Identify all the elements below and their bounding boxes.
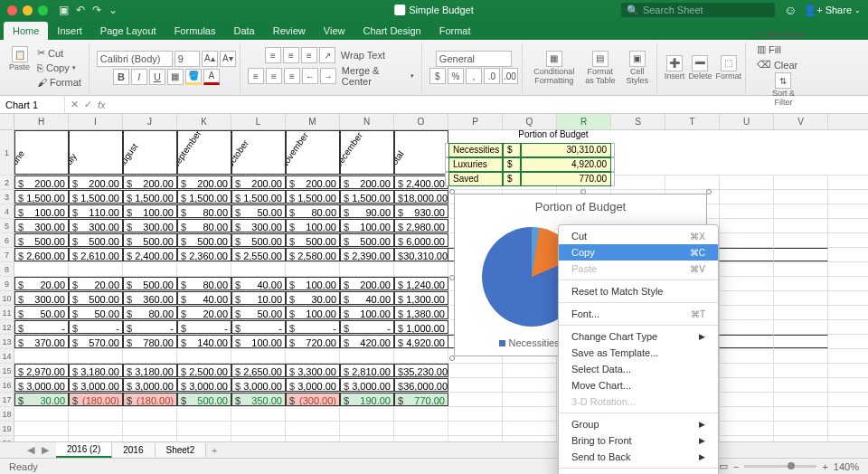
data-cell[interactable]: $360.00 — [123, 291, 177, 305]
data-cell[interactable]: $(300.00) — [286, 393, 340, 406]
data-cell[interactable]: $30.00 — [286, 291, 340, 305]
data-cell[interactable]: $110.00 — [69, 204, 123, 218]
name-box[interactable]: Chart 1 — [0, 96, 65, 113]
data-cell[interactable]: $1,500.00 — [14, 190, 69, 204]
align-middle-button[interactable]: ≡ — [283, 47, 299, 63]
data-cell[interactable]: $80.00 — [177, 219, 231, 232]
data-cell[interactable]: $36,000.00 — [394, 378, 448, 392]
data-cell[interactable]: $770.00 — [394, 393, 448, 406]
data-cell[interactable]: $500.00 — [231, 233, 286, 247]
data-cell[interactable]: $100.00 — [231, 335, 286, 348]
data-cell[interactable]: $100.00 — [286, 219, 340, 232]
copy-button[interactable]: ⎘Copy▾ — [33, 62, 85, 74]
data-cell[interactable]: $80.00 — [177, 277, 231, 290]
indent-dec-button[interactable]: ← — [302, 68, 318, 84]
align-top-button[interactable]: ≡ — [265, 47, 281, 63]
data-cell[interactable]: $10.00 — [231, 291, 286, 305]
data-cell[interactable]: $200.00 — [340, 277, 394, 290]
number-format-select[interactable]: General — [436, 51, 512, 67]
data-cell[interactable]: $30.00 — [14, 393, 69, 406]
data-cell[interactable]: $90.00 — [340, 204, 394, 218]
data-cell[interactable]: $20.00 — [177, 306, 231, 319]
data-cell[interactable]: $3,000.00 — [14, 378, 69, 392]
data-cell[interactable]: $1,500.00 — [286, 190, 340, 204]
col-header[interactable]: K — [177, 114, 231, 129]
increase-font-button[interactable]: A▴ — [202, 51, 218, 67]
col-header[interactable]: H — [14, 114, 69, 129]
data-cell[interactable]: $200.00 — [14, 175, 69, 189]
wrap-text-button[interactable]: Wrap Text — [337, 49, 401, 62]
data-cell[interactable]: $3,000.00 — [69, 378, 123, 392]
comma-button[interactable]: , — [466, 68, 482, 84]
border-button[interactable]: ▦ — [167, 69, 184, 85]
data-cell[interactable]: $80.00 — [177, 204, 231, 218]
data-cell[interactable]: $350.00 — [231, 393, 286, 406]
data-cell[interactable]: $2,970.00 — [14, 364, 69, 377]
col-header[interactable]: O — [394, 114, 448, 129]
data-cell[interactable]: $100.00 — [340, 219, 394, 232]
data-cell[interactable]: $500.00 — [69, 233, 123, 247]
menu-item-cut[interactable]: Cut⌘X — [559, 228, 718, 244]
data-cell[interactable]: $2,600.00 — [14, 248, 69, 261]
data-cell[interactable]: $2,580.00 — [286, 248, 340, 261]
confirm-formula-icon[interactable]: ✓ — [84, 99, 92, 110]
menu-item-send-to-back[interactable]: Send to Back▶ — [559, 449, 718, 465]
data-cell[interactable]: $190.00 — [340, 393, 394, 406]
data-cell[interactable]: $2,610.00 — [69, 248, 123, 261]
data-cell[interactable]: $20.00 — [69, 277, 123, 290]
data-cell[interactable]: $200.00 — [177, 175, 231, 189]
data-cell[interactable]: $500.00 — [123, 277, 177, 290]
data-cell[interactable]: $200.00 — [69, 175, 123, 189]
spreadsheet-grid[interactable]: HIJKLMNOPQRSTUV 1JuneJulyAugustSeptember… — [0, 114, 868, 441]
zoom-in-button[interactable]: + — [822, 461, 827, 472]
dec-decimal-button[interactable]: .00 — [502, 68, 518, 84]
data-cell[interactable]: $2,500.00 — [177, 364, 231, 377]
save-icon[interactable]: ▣ — [59, 4, 69, 16]
indent-inc-button[interactable]: → — [320, 68, 336, 84]
percent-button[interactable]: % — [448, 68, 464, 84]
col-header[interactable]: L — [231, 114, 286, 129]
data-cell[interactable]: $3,000.00 — [123, 378, 177, 392]
fx-icon[interactable]: fx — [98, 100, 106, 110]
undo-icon[interactable]: ↶ — [76, 4, 85, 16]
col-header[interactable]: M — [286, 114, 340, 129]
data-cell[interactable]: $1,000.00 — [394, 320, 448, 334]
data-cell[interactable]: $- — [123, 320, 177, 334]
tab-chart-design[interactable]: Chart Design — [354, 22, 429, 40]
merge-button[interactable]: Merge & Center▾ — [338, 64, 418, 88]
tab-format[interactable]: Format — [430, 22, 480, 40]
redo-icon[interactable]: ↷ — [92, 4, 101, 16]
data-cell[interactable]: $300.00 — [14, 219, 69, 232]
sheet-tab[interactable]: 2016 (2) — [56, 442, 112, 458]
data-cell[interactable]: $80.00 — [286, 204, 340, 218]
data-cell[interactable]: $50.00 — [231, 306, 286, 319]
data-cell[interactable]: $4,920.00 — [394, 335, 448, 348]
sort-icon[interactable]: ⇅ — [775, 72, 791, 89]
data-cell[interactable]: $1,500.00 — [123, 190, 177, 204]
data-cell[interactable]: $570.00 — [69, 335, 123, 348]
data-cell[interactable]: $- — [231, 320, 286, 334]
col-header[interactable]: I — [69, 114, 123, 129]
data-cell[interactable]: $3,000.00 — [177, 378, 231, 392]
sheet-tab[interactable]: Sheet2 — [156, 443, 207, 457]
align-right-button[interactable]: ≡ — [284, 68, 300, 84]
zoom-slider[interactable] — [744, 465, 816, 468]
data-cell[interactable]: $- — [14, 320, 69, 334]
data-cell[interactable]: $930.00 — [394, 204, 448, 218]
data-cell[interactable]: $200.00 — [340, 175, 394, 189]
data-cell[interactable]: $2,360.00 — [177, 248, 231, 261]
data-cell[interactable]: $3,000.00 — [231, 378, 286, 392]
share-button[interactable]: 👤+ Share⌄ — [804, 5, 861, 16]
cell-styles-icon[interactable]: ▣ — [629, 51, 646, 67]
data-cell[interactable]: $1,500.00 — [340, 190, 394, 204]
data-cell[interactable]: $1,500.00 — [177, 190, 231, 204]
col-header[interactable]: T — [665, 114, 720, 129]
data-cell[interactable]: $18,000.00 — [394, 190, 448, 204]
data-cell[interactable]: $- — [340, 320, 394, 334]
fill-button[interactable]: ▥Fill — [753, 43, 810, 56]
data-cell[interactable]: $50.00 — [69, 306, 123, 319]
window-controls[interactable] — [7, 5, 48, 15]
decrease-font-button[interactable]: A▾ — [220, 51, 236, 67]
data-cell[interactable]: $500.00 — [69, 291, 123, 305]
align-bottom-button[interactable]: ≡ — [301, 47, 317, 63]
